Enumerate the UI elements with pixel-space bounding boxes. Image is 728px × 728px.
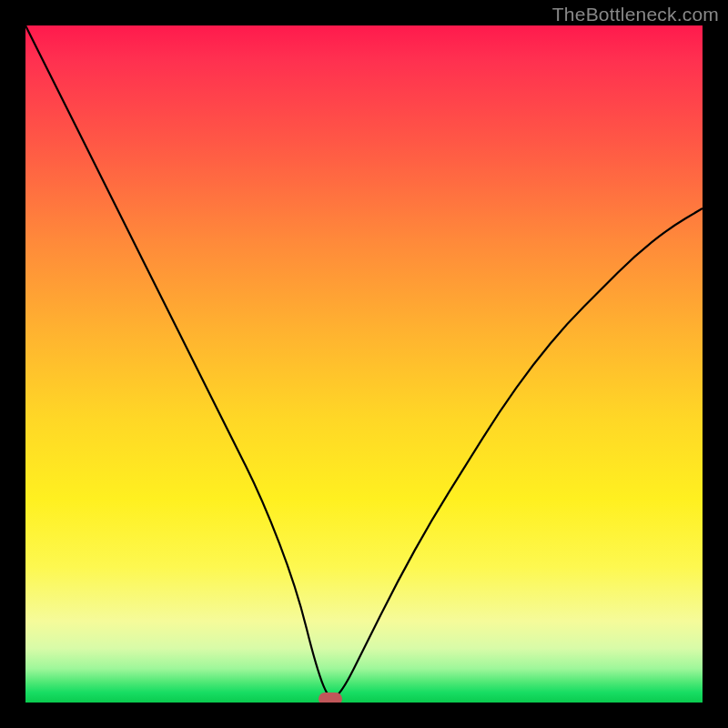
optimum-marker [318,693,342,703]
watermark-text: TheBottleneck.com [552,4,719,25]
bottleneck-curve [25,25,703,703]
plot-area [25,25,703,703]
chart-frame: TheBottleneck.com [0,0,728,728]
